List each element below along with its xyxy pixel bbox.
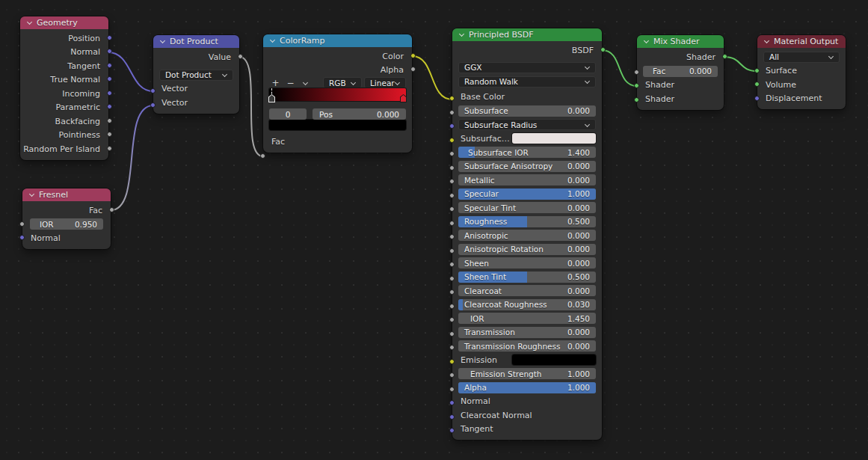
socket-color-output[interactable] (410, 53, 416, 58)
socket-subsurface-input[interactable] (449, 110, 455, 115)
alpha-slider[interactable]: Alpha1.000 (458, 382, 596, 393)
subsurface-slider[interactable]: Subsurface0.000 (458, 105, 596, 117)
clearcoat-roughness-slider[interactable]: Clearcoat Roughness0.030 (458, 299, 596, 310)
socket-fac-output[interactable] (109, 207, 114, 212)
stop-position-slider[interactable]: Pos 0.000 (313, 108, 406, 120)
socket-metallic-input[interactable] (449, 179, 455, 184)
ior-slider[interactable]: IOR1.450 (458, 313, 596, 324)
collapse-chevron-icon[interactable] (458, 32, 464, 38)
socket-roughness-input[interactable] (449, 221, 455, 226)
distribution-dropdown[interactable]: GGX (458, 62, 596, 73)
collapse-chevron-icon[interactable] (763, 39, 769, 45)
subsurface-ior-slider[interactable]: Subsurface IOR1.400 (458, 147, 596, 158)
socket-ior-input[interactable] (19, 221, 25, 227)
ior-slider[interactable]: IOR 0.950 (30, 218, 103, 230)
socket-shader1-input[interactable] (634, 83, 639, 88)
node-header-geometry[interactable]: Geometry (20, 16, 108, 29)
subsurface-radius-dropdown[interactable]: Subsurface Radius (458, 119, 596, 130)
interpolation-dropdown[interactable]: Linear (364, 77, 406, 88)
socket-vector2-input[interactable] (150, 102, 156, 108)
node-header-colorramp[interactable]: ColorRamp (263, 34, 412, 47)
socket-position-output[interactable] (107, 35, 112, 40)
socket-alpha-input[interactable] (449, 387, 455, 392)
socket-subsurface-color-input[interactable] (449, 138, 455, 143)
node-header-principled-bsdf[interactable]: Principled BSDF (452, 28, 602, 41)
node-principled-bsdf[interactable]: Principled BSDF BSDF GGX Random Walk Bas… (452, 28, 602, 440)
transmission-slider[interactable]: Transmission0.000 (458, 327, 596, 338)
socket-specular-tint-input[interactable] (449, 206, 455, 212)
node-header-fresnel[interactable]: Fresnel (22, 188, 111, 201)
socket-clearcoat-roughness-input[interactable] (449, 304, 455, 309)
anisotropic-slider[interactable]: Anisotropic0.000 (458, 230, 596, 241)
roughness-slider[interactable]: Roughness0.500 (458, 216, 596, 227)
color-ramp-gradient[interactable] (269, 88, 406, 101)
socket-normal-input[interactable] (19, 235, 25, 240)
socket-fac-input[interactable] (260, 153, 265, 159)
node-geometry[interactable]: Geometry Position Normal Tangent True No… (20, 16, 108, 160)
subsurface-method-dropdown[interactable]: Random Walk (458, 76, 596, 88)
anisotropic-rotation-slider[interactable]: Anisotropic Rotation0.000 (458, 244, 596, 255)
socket-tangent-input[interactable] (449, 428, 455, 433)
socket-subsurface-ior-input[interactable] (449, 151, 455, 156)
fac-slider[interactable]: Fac 0.000 (643, 66, 718, 77)
collapse-chevron-icon[interactable] (28, 192, 34, 198)
specular-tint-slider[interactable]: Specular Tint0.000 (458, 202, 596, 213)
socket-transmission-input[interactable] (449, 331, 455, 337)
clearcoat-slider[interactable]: Clearcoat0.000 (458, 285, 596, 296)
socket-backfacing-output[interactable] (107, 118, 112, 123)
socket-normal-output[interactable] (107, 49, 112, 54)
socket-incoming-output[interactable] (107, 91, 112, 96)
socket-emission-input[interactable] (449, 359, 455, 364)
add-stop-button[interactable]: + (269, 77, 282, 88)
socket-subsurface-anisotropy-input[interactable] (449, 165, 455, 171)
socket-parametric-output[interactable] (107, 104, 112, 109)
socket-pointiness-output[interactable] (107, 132, 112, 137)
subsurface-color-swatch[interactable] (512, 133, 596, 144)
emission-strength-slider[interactable]: Emission Strength1.000 (458, 368, 596, 379)
node-colorramp[interactable]: ColorRamp Color Alpha + − RGB Linear (263, 34, 412, 153)
socket-specular-input[interactable] (449, 193, 455, 198)
sheen-tint-slider[interactable]: Sheen Tint0.500 (458, 272, 596, 283)
socket-emission-strength-input[interactable] (449, 372, 455, 378)
node-mix-shader[interactable]: Mix Shader Shader Fac 0.000 Shader Shade… (637, 35, 724, 110)
node-fresnel[interactable]: Fresnel Fac IOR 0.950 Normal (22, 188, 111, 249)
remove-stop-button[interactable]: − (284, 77, 297, 88)
socket-volume-input[interactable] (754, 82, 760, 87)
emission-color-swatch[interactable] (512, 355, 596, 365)
socket-tangent-output[interactable] (107, 63, 112, 68)
socket-anisotropic-rotation-input[interactable] (449, 248, 455, 254)
socket-shader2-input[interactable] (634, 97, 639, 102)
stop-index-field[interactable]: 0 (269, 108, 307, 120)
collapse-chevron-icon[interactable] (643, 39, 649, 45)
metallic-slider[interactable]: Metallic0.000 (458, 174, 596, 185)
socket-bsdf-output[interactable] (600, 47, 606, 52)
collapse-chevron-icon[interactable] (26, 20, 32, 26)
socket-vector1-input[interactable] (150, 88, 156, 93)
socket-random-per-island-output[interactable] (107, 146, 112, 151)
collapse-chevron-icon[interactable] (269, 38, 275, 44)
subsurface-anisotropy-slider[interactable]: Subsurface Anisotropy0.000 (458, 161, 596, 172)
socket-fac-input[interactable] (634, 70, 639, 75)
stop-color-swatch[interactable] (269, 120, 406, 130)
node-dot-product[interactable]: Dot Product Value Dot Product Vector Vec… (153, 35, 239, 114)
color-mode-dropdown[interactable]: RGB (323, 77, 362, 88)
socket-value-output[interactable] (238, 54, 243, 59)
ramp-options-button[interactable] (299, 77, 312, 88)
node-header-mix-shader[interactable]: Mix Shader (637, 35, 724, 48)
socket-sheen-input[interactable] (449, 262, 455, 267)
node-header-material-output[interactable]: Material Output (757, 35, 846, 48)
socket-transmission-roughness-input[interactable] (449, 345, 455, 350)
socket-alpha-output[interactable] (410, 67, 416, 72)
sheen-slider[interactable]: Sheen0.000 (458, 257, 596, 269)
socket-base-color-input[interactable] (449, 96, 455, 101)
operation-dropdown[interactable]: Dot Product (159, 70, 233, 81)
socket-sheen-tint-input[interactable] (449, 276, 455, 281)
node-material-output[interactable]: Material Output All Surface Volume Displ… (757, 35, 846, 109)
target-dropdown[interactable]: All (763, 52, 840, 63)
socket-displacement-input[interactable] (754, 96, 760, 101)
socket-normal-input[interactable] (449, 400, 455, 405)
socket-subsurface-radius-input[interactable] (449, 123, 455, 129)
transmission-roughness-slider[interactable]: Transmission Roughness0.000 (458, 340, 596, 352)
socket-shader-output[interactable] (722, 54, 727, 59)
socket-true-normal-output[interactable] (107, 76, 112, 82)
